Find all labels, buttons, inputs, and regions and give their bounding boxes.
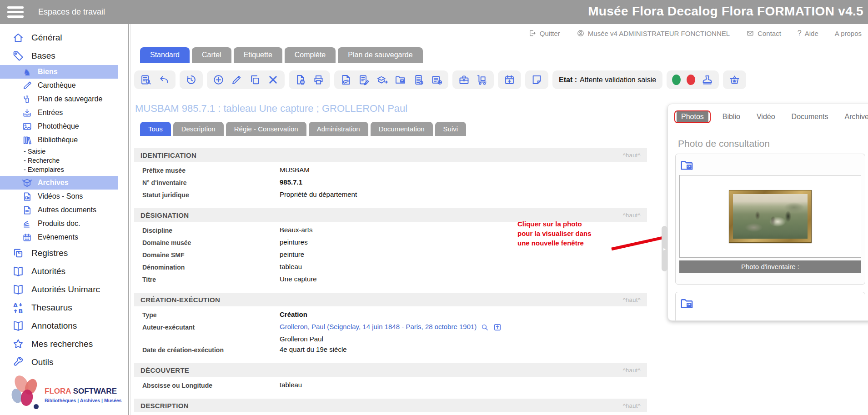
contact-label: Contact — [758, 30, 781, 37]
stamp-icon — [701, 74, 713, 86]
sidebar-item-exemplaires[interactable]: - Exemplaires — [0, 165, 118, 174]
stamp-button[interactable] — [701, 74, 713, 86]
sidebar-item-plan-sauvegarde[interactable]: Plan de sauvegarde — [0, 92, 118, 106]
print-button[interactable] — [312, 74, 325, 86]
top-bar: Espaces de travail Musée Flora Decalog F… — [0, 0, 868, 24]
brand-flora: FLORA — [45, 387, 71, 395]
search-list-button[interactable] — [140, 74, 152, 86]
sidebar-item-bases[interactable]: Bases — [0, 47, 118, 65]
sidebar-item-bibliotheque[interactable]: Bibliothèque — [0, 133, 118, 147]
sidebar-item-thesaurus[interactable]: Thesaurus — [0, 299, 118, 317]
help-link[interactable]: Aide — [798, 29, 818, 37]
sidebar-item-recherche[interactable]: - Recherche — [0, 156, 118, 165]
sidebar-item-label: Outils — [31, 357, 54, 367]
tab-photos[interactable]: Photos — [677, 111, 708, 122]
print-page-button[interactable] — [294, 74, 306, 86]
note-button[interactable] — [531, 74, 543, 86]
history-icon — [185, 74, 197, 86]
top-anchor-link[interactable]: ^haut^ — [623, 296, 641, 303]
tab-documentation[interactable]: Documentation — [371, 122, 433, 136]
attach-document-button[interactable] — [340, 74, 352, 86]
tab-suivi[interactable]: Suivi — [435, 122, 467, 136]
tab-standard[interactable]: Standard — [140, 47, 190, 63]
sidebar-item-phototheque[interactable]: Photothèque — [0, 120, 118, 133]
basket-button[interactable] — [728, 74, 741, 86]
sidebar-item-registres[interactable]: Registres — [0, 244, 118, 262]
valuation-button[interactable] — [412, 74, 425, 86]
about-link[interactable]: A propos — [835, 30, 862, 37]
user-account-link[interactable]: Musée v4 ADMINISTRATEUR FONCTIONNEL — [577, 29, 730, 37]
media-folder-button[interactable] — [394, 74, 406, 86]
contact-link[interactable]: Contact — [746, 29, 781, 37]
question-icon — [798, 29, 802, 37]
sidebar-item-carotheque[interactable]: Carothèque — [0, 79, 118, 92]
open-in-window-icon[interactable] — [493, 323, 502, 332]
field-value: Création — [280, 310, 307, 318]
tab-regie-conservation[interactable]: Régie - Conservation — [226, 122, 306, 136]
sidebar-item-annotations[interactable]: Annotations — [0, 317, 118, 335]
back-button[interactable] — [158, 74, 170, 86]
history-button[interactable] — [185, 74, 197, 86]
sidebar-item-saisie[interactable]: - Saisie — [0, 147, 118, 156]
sidebar-item-produits-doc[interactable]: Produits doc. — [0, 217, 118, 230]
tab-documents[interactable]: Documents — [787, 111, 833, 122]
sidebar-item-autorites-unimarc[interactable]: Autorités Unimarc — [0, 280, 118, 299]
tab-video[interactable]: Vidéo — [752, 111, 780, 122]
sidebar-item-label: Autorités Unimarc — [31, 285, 100, 295]
sidebar-item-biens[interactable]: Biens — [0, 65, 118, 79]
tab-etiquette[interactable]: Etiquette — [234, 47, 282, 63]
export-box-button[interactable] — [376, 74, 388, 86]
section-title: IDENTIFICATION — [140, 151, 196, 159]
validate-button[interactable] — [672, 75, 681, 85]
tab-administration[interactable]: Administration — [309, 122, 368, 136]
sidebar-item-label: Général — [31, 33, 62, 43]
search-icon[interactable] — [480, 323, 489, 332]
sidebar-item-mes-recherches[interactable]: Mes recherches — [0, 335, 118, 353]
quit-link[interactable]: Quitter — [528, 29, 560, 37]
author-authority-link[interactable]: Grolleron, Paul (Seignelay, 14 juin 1848… — [280, 323, 477, 330]
artwork-photo[interactable] — [729, 190, 812, 243]
tab-complete[interactable]: Complète — [285, 47, 336, 63]
sidebar-item-autorites[interactable]: Autorités — [0, 262, 118, 280]
sidebar-splitter[interactable] — [128, 24, 129, 415]
sidebar-item-videos-sons[interactable]: Vidéos - Sons — [0, 190, 118, 203]
reject-button[interactable] — [687, 75, 695, 85]
tab-description[interactable]: Description — [173, 122, 224, 136]
movement-button[interactable] — [476, 74, 488, 86]
top-anchor-link[interactable]: ^haut^ — [623, 152, 641, 159]
duplicate-record-button[interactable] — [249, 74, 261, 86]
sidebar-item-evenements[interactable]: Evènements — [0, 230, 118, 244]
add-record-button[interactable] — [212, 74, 225, 86]
tab-tous[interactable]: Tous — [140, 122, 171, 136]
top-anchor-link[interactable]: ^haut^ — [623, 212, 641, 219]
folder-image-icon[interactable] — [679, 158, 694, 173]
folder-image-icon[interactable] — [679, 296, 694, 311]
field-label: Dénomination — [142, 263, 280, 271]
hamburger-menu-icon[interactable] — [7, 4, 24, 20]
tab-biblio[interactable]: Biblio — [718, 111, 745, 122]
sidebar-item-entrees[interactable]: Entrées — [0, 106, 118, 120]
sidebar-item-general[interactable]: Général — [0, 29, 118, 47]
tab-archives[interactable]: Archives — [840, 111, 868, 122]
add-event-button[interactable] — [503, 74, 516, 86]
tab-cartel[interactable]: Cartel — [192, 47, 231, 63]
sidebar-item-autres-documents[interactable]: Autres documents — [0, 203, 118, 217]
edit-form-button[interactable] — [358, 74, 370, 86]
field-value: tableau — [280, 381, 302, 389]
top-anchor-link[interactable]: ^haut^ — [623, 402, 641, 409]
top-anchor-link[interactable]: ^haut^ — [623, 367, 641, 374]
printer-icon — [312, 74, 325, 86]
sidebar-item-outils[interactable]: Outils — [0, 353, 118, 371]
sidebar-item-label: Produits doc. — [38, 220, 80, 228]
toolbox-button[interactable] — [458, 74, 470, 86]
section-decouverte: DÉCOUVERTE^haut^ — [134, 363, 647, 377]
tab-plan-de-sauvegarde[interactable]: Plan de sauvegarde — [338, 47, 422, 63]
delete-record-button[interactable] — [267, 74, 279, 86]
add-news-button[interactable] — [431, 74, 443, 86]
about-label: A propos — [835, 30, 862, 37]
panel-collapse-handle[interactable] — [662, 226, 667, 271]
workspace-label[interactable]: Espaces de travail — [38, 7, 105, 17]
field-label: Date de création-exécution — [142, 345, 280, 354]
sidebar-item-archives[interactable]: Archives — [0, 176, 118, 190]
edit-record-button[interactable] — [231, 74, 243, 86]
